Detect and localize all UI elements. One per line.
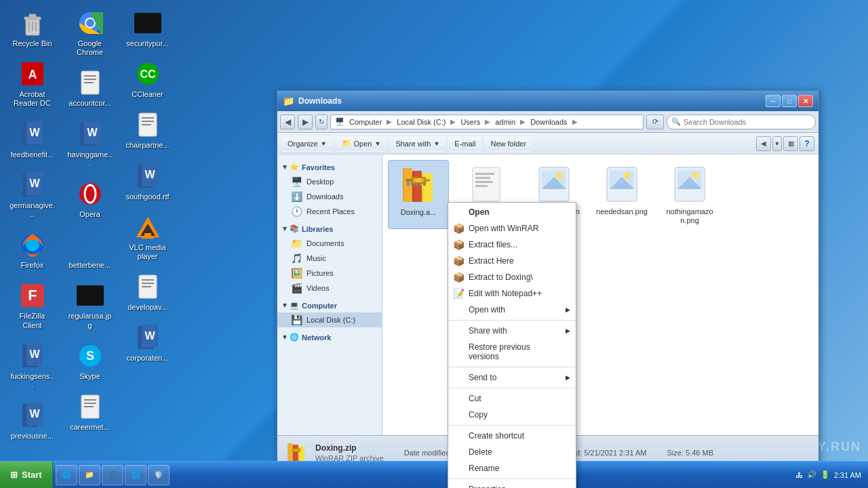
context-properties[interactable]: Properties (448, 481, 576, 488)
sidebar-network-header[interactable]: ▾ 🌐 Network (277, 330, 382, 344)
context-copy[interactable]: Copy (448, 407, 576, 423)
context-create-shortcut[interactable]: Create shortcut (448, 428, 576, 444)
view-dropdown-button[interactable]: ▼ (772, 136, 782, 151)
regularusa-icon (77, 282, 104, 309)
svg-rect-97 (294, 445, 298, 462)
file-item-neededsan[interactable]: neededsan.png (591, 160, 652, 229)
desktop-icon-corporaten[interactable]: W corporaten... (122, 321, 173, 365)
sidebar-local-disk-label: Local Disk (C:) (307, 316, 355, 324)
context-open-winrar[interactable]: 📦 Open with WinRAR (448, 220, 576, 237)
taskbar-item-antivirus[interactable]: 🛡️ (148, 465, 170, 485)
sidebar-item-downloads[interactable]: ⬇️ Downloads (277, 189, 382, 204)
path-refresh-btn[interactable]: ⟳ (646, 115, 664, 129)
start-button[interactable]: ⊞ Start (0, 462, 53, 488)
file-item-nothingamazon[interactable]: nothingamazon.png (659, 160, 720, 229)
skype-icon: S (77, 342, 104, 369)
desktop-icon-chrome[interactable]: Google Chrome (64, 7, 115, 60)
network-arrow: ▾ (283, 333, 287, 342)
minimize-button[interactable]: ─ (766, 95, 781, 107)
context-send-to[interactable]: Send to (448, 369, 576, 386)
context-open-with[interactable]: Open with (448, 302, 576, 318)
sidebar-item-documents[interactable]: 📁 Documents (277, 236, 382, 251)
path-arrow-2: ▶ (450, 118, 456, 125)
sidebar: ▾ ⭐ Favorites 🖥️ Desktop ⬇️ Downloads 🕐 (277, 155, 382, 435)
desktop-icon-ccleaner[interactable]: CC CCleaner (122, 58, 173, 102)
desktop-icon-sidebar: 🖥️ (291, 176, 302, 187)
desktop-icon-vlc[interactable]: VLC media player (122, 211, 173, 264)
view-list-button[interactable]: ▦ (783, 136, 798, 151)
desktop-icon-southgood[interactable]: W southgood.rtf (122, 160, 173, 204)
help-button[interactable]: ? (800, 136, 814, 151)
desktop-icon-filezilla[interactable]: F FileZilla Client (7, 279, 58, 332)
path-computer[interactable]: Computer (347, 117, 384, 127)
context-cut[interactable]: Cut (448, 390, 576, 407)
svg-text:A: A (28, 68, 37, 81)
taskbar-item-ie[interactable]: 🌐 (56, 465, 77, 485)
path-admin[interactable]: admin (493, 117, 517, 127)
svg-rect-28 (84, 75, 96, 77)
forward-button[interactable]: ▶ (298, 115, 313, 129)
context-delete[interactable]: Delete (448, 444, 576, 460)
close-button[interactable]: ✕ (798, 95, 813, 107)
path-downloads[interactable]: Downloads (528, 117, 569, 127)
back-button[interactable]: ◀ (280, 115, 295, 129)
fuckingsens-label: fuckingsens... (9, 372, 55, 390)
refresh-button[interactable]: ↻ (315, 115, 328, 129)
nothingamazon-icon (669, 164, 710, 205)
desktop-icon-skype[interactable]: S Skype (64, 340, 115, 384)
organize-button[interactable]: Organize ▼ (281, 136, 333, 152)
open-button[interactable]: 📁 Open ▼ (336, 136, 387, 152)
sidebar-item-videos[interactable]: 🎬 Videos (277, 281, 382, 296)
taskbar-item-wmp[interactable]: 🎵 (102, 465, 123, 485)
desktop-icon-fuckingsens[interactable]: W fuckingsens... (7, 340, 58, 392)
context-delete-label: Delete (469, 447, 492, 457)
desktop-icon-acrobat[interactable]: A Acrobat Reader DC (7, 58, 58, 110)
desktop: Recycle Bin A Acrobat Reader DC W feedbe… (0, 0, 868, 488)
path-local-disk[interactable]: Local Disk (C:) (395, 117, 448, 127)
context-rename[interactable]: Rename (448, 460, 576, 476)
new-folder-button[interactable]: New folder (484, 136, 532, 152)
sidebar-item-pictures[interactable]: 🖼️ Pictures (277, 266, 382, 281)
desktop-icon-betterbene[interactable]: betterbene... (64, 228, 115, 272)
sidebar-item-recent[interactable]: 🕐 Recent Places (277, 204, 382, 219)
taskbar-item-chrome-tb[interactable]: 🌐 (125, 465, 146, 485)
sidebar-libraries-section: ▾ 📚 Libraries 📁 Documents 🎵 Music 🖼️ (277, 222, 382, 296)
desktop-icon-havinggame[interactable]: W havinggame... (64, 118, 115, 171)
context-edit-notepad[interactable]: 📝 Edit with Notepad++ (448, 285, 576, 302)
context-restore-versions[interactable]: Restore previous versions (448, 339, 576, 365)
vlc-label: VLC media player (125, 243, 170, 261)
sidebar-item-music[interactable]: 🎵 Music (277, 251, 382, 266)
desktop-icon-careermet[interactable]: careermet... (64, 390, 115, 434)
desktop-icon-recycle-bin[interactable]: Recycle Bin (7, 7, 58, 51)
email-button[interactable]: E-mail (448, 136, 481, 152)
sidebar-favorites-header[interactable]: ▾ ⭐ Favorites (277, 160, 382, 174)
context-share-with[interactable]: Share with (448, 323, 576, 339)
desktop-icon-firefox[interactable]: Firefox (7, 228, 58, 272)
taskbar-item-explorer[interactable]: 📁 (79, 465, 100, 485)
context-open[interactable]: Open (448, 204, 576, 220)
sidebar-item-local-disk[interactable]: 💾 Local Disk (C:) (277, 312, 382, 327)
desktop-icon-securitypur[interactable]: securitypur... (122, 7, 173, 51)
desktop-icon-accountcor[interactable]: accountcor... (64, 66, 115, 110)
path-users[interactable]: Users (458, 117, 482, 127)
desktop-icon-feedbenefit[interactable]: W feedbenefit... (7, 118, 58, 162)
sidebar-item-desktop[interactable]: 🖥️ Desktop (277, 174, 382, 189)
file-item-doxing-zip[interactable]: Doxing.a... (388, 160, 449, 229)
context-extract-here[interactable]: 📦 Extract Here (448, 253, 576, 269)
sidebar-computer-header[interactable]: ▾ 💻 Computer (277, 298, 382, 312)
share-button[interactable]: Share with ▼ (389, 136, 446, 152)
desktop-icon-regularusa[interactable]: regularusa.jpg (64, 279, 115, 332)
open-icon: 📁 (342, 139, 351, 148)
desktop-icon-developav[interactable]: developav... (122, 270, 173, 314)
desktop-icon-opera[interactable]: Opera (64, 178, 115, 222)
maximize-button[interactable]: □ (782, 95, 797, 107)
search-input[interactable] (684, 118, 811, 126)
view-prev-button[interactable]: ◀ (756, 136, 771, 151)
context-extract-files[interactable]: 📦 Extract files... (448, 237, 576, 253)
window-titlebar: 📁 Downloads ─ □ ✕ (277, 91, 818, 111)
sidebar-libraries-header[interactable]: ▾ 📚 Libraries (277, 222, 382, 236)
desktop-icon-previousne[interactable]: W previousne... (7, 399, 58, 443)
desktop-icon-germanagive[interactable]: W germanagive... (7, 169, 58, 222)
desktop-icon-chairpartne[interactable]: chairpartne... (122, 108, 173, 152)
context-extract-to[interactable]: 📦 Extract to Doxing\ (448, 269, 576, 285)
